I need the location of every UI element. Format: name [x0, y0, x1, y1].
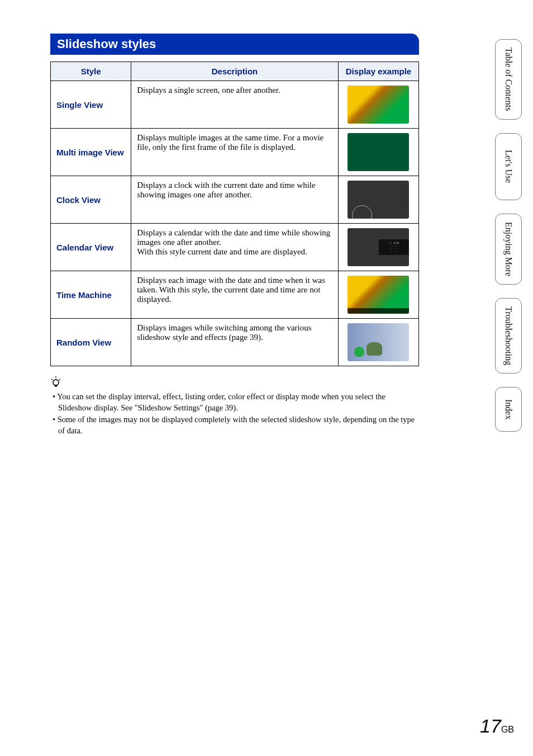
table-row: Time Machine Displays each image with th… [51, 271, 419, 319]
sidebar-tabs: Table of Contents Let's Use Enjoying Mor… [495, 39, 522, 432]
col-description: Description [131, 62, 339, 81]
thumbnail-clock-view-icon [348, 181, 409, 219]
thumbnail-multi-view-icon [348, 133, 409, 171]
style-description: Displays a clock with the current date a… [131, 176, 339, 224]
tab-label: Table of Contents [503, 48, 513, 111]
thumbnail-random-view-icon [348, 323, 409, 361]
tab-index[interactable]: Index [495, 387, 522, 432]
page-number-suffix: GB [501, 725, 514, 734]
page-number-value: 17 [480, 715, 501, 736]
display-example [338, 129, 418, 176]
section-title: Slideshow styles [50, 34, 419, 55]
style-name: Multi image View [51, 129, 131, 176]
svg-line-4 [59, 379, 60, 380]
style-description: Displays each image with the date and ti… [131, 271, 339, 319]
tab-label: Troubleshooting [503, 306, 513, 365]
thumbnail-time-machine-icon [348, 276, 409, 314]
display-example [338, 319, 418, 366]
col-example: Display example [338, 62, 418, 81]
tab-enjoying-more[interactable]: Enjoying More [495, 214, 522, 285]
table-row: Multi image View Displays multiple image… [51, 129, 419, 176]
display-example [338, 271, 418, 319]
tips-section: You can set the display interval, effect… [50, 376, 419, 436]
table-row: Calendar View Displays a calendar with t… [51, 224, 419, 271]
tip-item: Some of the images may not be displayed … [53, 414, 419, 436]
style-description: Displays a calendar with the date and ti… [131, 224, 339, 271]
display-example [338, 81, 418, 129]
style-name: Time Machine [51, 271, 131, 319]
svg-point-6 [53, 380, 59, 385]
svg-line-3 [51, 379, 53, 380]
table-row: Clock View Displays a clock with the cur… [51, 176, 419, 224]
slideshow-styles-table: Style Description Display example Single… [50, 62, 419, 366]
style-description: Displays a single screen, one after anot… [131, 81, 339, 129]
thumbnail-single-view-icon [348, 86, 409, 124]
tab-table-of-contents[interactable]: Table of Contents [495, 39, 522, 120]
tips-list: You can set the display interval, effect… [50, 391, 419, 436]
tip-bulb-icon [50, 376, 419, 390]
thumbnail-calendar-view-icon: 7 ▫ 12:34· · · · · ·· · · · · ·· · · · ·… [348, 228, 409, 266]
table-row: Single View Displays a single screen, on… [51, 81, 419, 129]
tab-label: Let's Use [503, 150, 513, 183]
page-number: 17GB [480, 715, 514, 737]
table-row: Random View Displays images while switch… [51, 319, 419, 366]
style-name: Random View [51, 319, 131, 366]
style-description: Displays multiple images at the same tim… [131, 129, 339, 176]
tab-label: Enjoying More [503, 222, 513, 276]
table-header-row: Style Description Display example [51, 62, 419, 81]
display-example [338, 176, 418, 224]
tab-lets-use[interactable]: Let's Use [495, 133, 522, 200]
tip-item: You can set the display interval, effect… [53, 391, 419, 413]
main-content: Slideshow styles Style Description Displ… [50, 34, 419, 437]
style-name: Calendar View [51, 224, 131, 271]
tab-troubleshooting[interactable]: Troubleshooting [495, 298, 522, 374]
style-description: Displays images while switching among th… [131, 319, 339, 366]
tab-label: Index [503, 399, 513, 419]
style-name: Single View [51, 81, 131, 129]
style-name: Clock View [51, 176, 131, 224]
display-example: 7 ▫ 12:34· · · · · ·· · · · · ·· · · · ·… [338, 224, 418, 271]
col-style: Style [51, 62, 131, 81]
